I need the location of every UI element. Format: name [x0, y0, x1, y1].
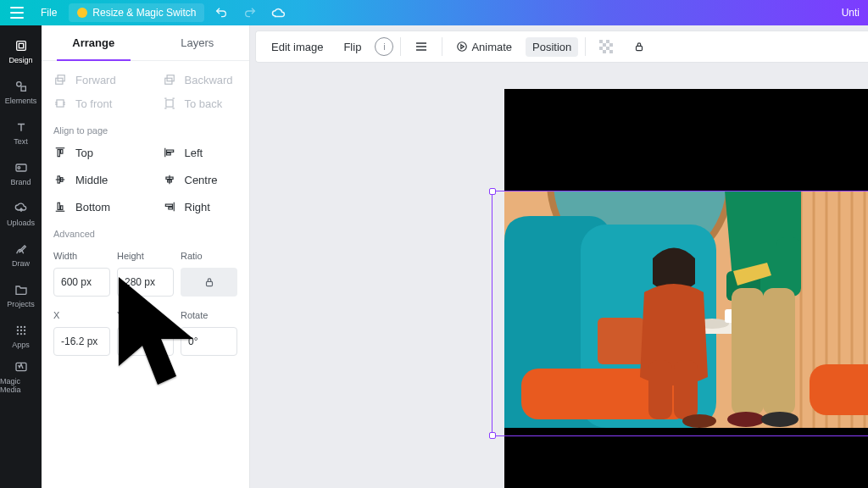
selection-outline[interactable] [492, 191, 868, 436]
panel-tabs: Arrange Layers [42, 25, 249, 61]
ratio-lock-button[interactable] [181, 268, 237, 297]
document-title[interactable]: Unti [842, 7, 863, 19]
align-middle[interactable]: Middle [53, 168, 129, 191]
transparency-icon[interactable] [593, 36, 620, 57]
lock-icon [203, 276, 215, 288]
rail-brand[interactable]: Brand [0, 152, 42, 193]
svg-rect-34 [206, 281, 212, 286]
align-middle-icon [53, 173, 67, 186]
magic-media-icon [14, 359, 29, 374]
align-bottom[interactable]: Bottom [53, 195, 129, 219]
align-centre-icon [163, 173, 176, 186]
rail-uploads[interactable]: Uploads [0, 193, 42, 234]
y-input[interactable] [117, 327, 174, 356]
svg-point-12 [16, 332, 18, 334]
svg-point-2 [16, 81, 20, 86]
rail-label: Text [14, 137, 28, 146]
resize-magic-switch-button[interactable]: Resize & Magic Switch [69, 3, 204, 22]
x-input[interactable] [53, 327, 110, 356]
rotate-label: Rotate [181, 310, 237, 320]
svg-rect-22 [58, 150, 59, 157]
ratio-label: Ratio [181, 251, 237, 261]
rail-label: Elements [5, 97, 37, 105]
svg-point-7 [19, 325, 21, 327]
svg-point-8 [23, 325, 25, 327]
rotate-input[interactable] [181, 327, 237, 356]
resize-handle-bl[interactable] [489, 432, 496, 439]
animate-button[interactable]: Animate [449, 37, 519, 57]
info-icon[interactable]: i [375, 37, 393, 56]
svg-point-6 [16, 325, 18, 327]
undo-icon[interactable] [209, 1, 233, 25]
rail-label: Brand [10, 178, 31, 186]
align-left-icon [163, 146, 176, 159]
rail-projects[interactable]: Projects [0, 274, 42, 315]
svg-rect-18 [57, 100, 64, 107]
align-right-icon [163, 200, 176, 214]
design-icon [14, 38, 29, 53]
align-top[interactable]: Top [53, 141, 129, 164]
tab-arrange[interactable]: Arrange [42, 25, 146, 60]
edit-image-button[interactable]: Edit image [264, 37, 330, 57]
layer-to-back: To back [163, 92, 238, 115]
tab-layers[interactable]: Layers [146, 25, 250, 60]
height-input[interactable] [117, 268, 174, 297]
separator [442, 37, 442, 56]
canvas-area: Edit image Flip i Animate Position [250, 25, 868, 488]
svg-rect-39 [599, 47, 603, 50]
align-centre[interactable]: Centre [163, 168, 238, 191]
rail-label: Projects [7, 300, 35, 308]
svg-rect-0 [16, 41, 25, 50]
rail-label: Design [8, 56, 32, 64]
redo-icon[interactable] [238, 1, 262, 25]
to-front-icon [53, 97, 67, 110]
width-label: Width [53, 251, 110, 261]
svg-rect-41 [603, 43, 606, 47]
projects-icon [14, 282, 29, 297]
rail-magic-media[interactable]: Magic Media [0, 356, 42, 396]
cloud-sync-icon[interactable] [267, 1, 291, 25]
rail-label: Draw [12, 259, 30, 268]
arrange-panel: Arrange Layers Forward To front [42, 25, 250, 488]
svg-rect-3 [21, 86, 25, 91]
file-menu[interactable]: File [34, 3, 64, 22]
text-icon [14, 119, 29, 135]
position-button[interactable]: Position [526, 37, 578, 57]
brand-icon [14, 160, 29, 175]
svg-point-9 [16, 329, 18, 330]
advanced-heading: Advanced [53, 229, 237, 239]
separator [400, 37, 401, 56]
svg-rect-42 [609, 43, 613, 47]
svg-rect-21 [165, 100, 172, 107]
rail-elements[interactable]: Elements [0, 71, 42, 112]
rail-apps[interactable]: Apps [0, 315, 42, 356]
draw-icon [14, 241, 29, 257]
y-label: Y [117, 310, 174, 320]
rail-text[interactable]: Text [0, 112, 42, 152]
flip-button[interactable]: Flip [337, 37, 368, 57]
width-input[interactable] [53, 268, 110, 297]
rail-label: Magic Media [0, 377, 42, 394]
align-right[interactable]: Right [163, 195, 238, 219]
rail-draw[interactable]: Draw [0, 234, 42, 274]
svg-point-35 [458, 42, 467, 52]
align-left[interactable]: Left [163, 141, 238, 164]
rail-label: Apps [12, 341, 30, 349]
menu-icon[interactable] [5, 1, 29, 25]
svg-point-14 [23, 332, 25, 334]
svg-rect-40 [606, 47, 609, 50]
separator [585, 37, 586, 56]
svg-rect-24 [166, 150, 173, 152]
to-back-icon [163, 97, 176, 110]
svg-rect-33 [168, 208, 172, 209]
svg-rect-37 [599, 40, 603, 43]
svg-rect-45 [637, 46, 643, 50]
list-icon[interactable] [408, 37, 435, 56]
left-rail: Design Elements Text Brand Uploads Draw … [0, 25, 42, 488]
svg-point-13 [19, 332, 21, 334]
resize-handle-tl[interactable] [489, 188, 496, 195]
lock-icon[interactable] [626, 37, 652, 56]
rail-design[interactable]: Design [0, 30, 42, 71]
apps-icon [14, 323, 29, 338]
svg-rect-1 [19, 43, 23, 47]
